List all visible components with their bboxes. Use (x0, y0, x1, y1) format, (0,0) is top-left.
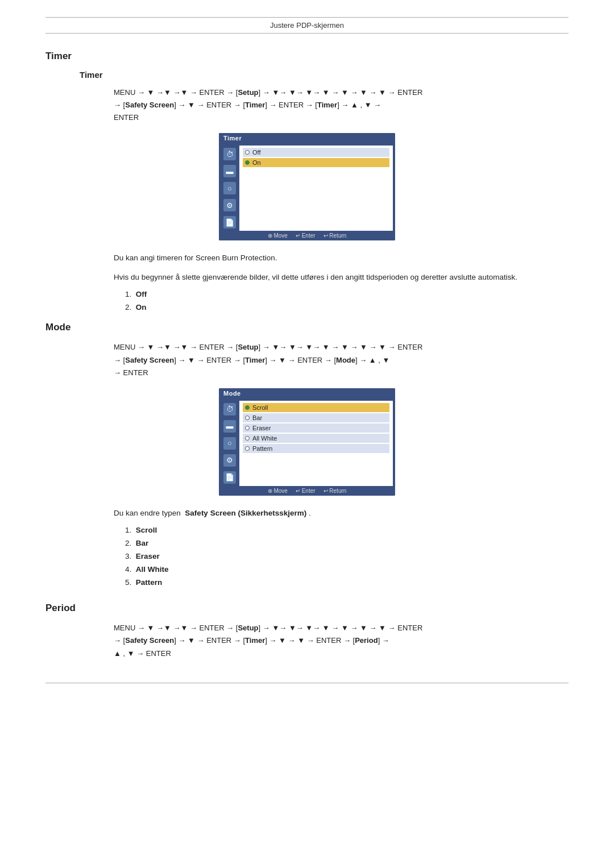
timer-label-off-text: Off (136, 290, 147, 298)
page-title: Justere PDP-skjermen (45, 21, 569, 30)
mode-menu-pattern: Pattern (243, 444, 389, 453)
rule-under-title (45, 33, 569, 34)
mode-menu-scroll: Scroll (243, 403, 389, 412)
period-nav-path: MENU → ▼ →▼ →▼ → ENTER → [Setup] → ▼→ ▼→… (114, 622, 569, 659)
mode-footer-enter: ↵ Enter (296, 488, 316, 494)
timer-footer-enter: ↵ Enter (296, 232, 316, 239)
timer-list-item-1: 1. Off (125, 290, 569, 298)
mode-nav-path: MENU → ▼ →▼ →▼ → ENTER → [Setup] → ▼→ ▼→… (114, 341, 569, 379)
timer-screenshot-body: ⏱ ▬ ○ ⚙ 📄 Off On (219, 143, 395, 231)
mode-radio-eraser (245, 426, 250, 430)
mode-section: Mode MENU → ▼ →▼ →▼ → ENTER → [Setup] → … (45, 322, 569, 587)
mode-menu-bar: Bar (243, 413, 389, 422)
mode-footer-return: ↩ Return (323, 488, 347, 494)
timer-list: 1. Off 2. On (125, 290, 569, 312)
mode-nav-line3: → ENTER (114, 368, 148, 377)
timer-screenshot-title: Timer (219, 133, 395, 143)
mode-radio-pattern (245, 446, 250, 451)
period-heading: Period (45, 603, 569, 614)
timer-footer-return: ↩ Return (323, 232, 347, 239)
timer-desc2: Hvis du begynner å slette gjenværende bi… (114, 271, 569, 284)
mode-desc: Du kan endre typen Safety Screen (Sikker… (114, 507, 569, 520)
timer-desc1: Du kan angi timeren for Screen Burn Prot… (114, 252, 569, 264)
timer-icon-2: ▬ (223, 165, 236, 177)
timer-nav-line1: MENU → ▼ →▼ →▼ → ENTER → [Setup] → ▼→ ▼→… (114, 88, 422, 97)
timer-screenshot-footer: ⊕ Move ↵ Enter ↩ Return (219, 231, 395, 240)
mode-nav-line2: → [Safety Screen] → ▼ → ENTER → [Timer] … (114, 356, 389, 364)
mode-label-bar: Bar (252, 414, 262, 421)
period-nav-line1: MENU → ▼ →▼ →▼ → ENTER → [Setup] → ▼→ ▼→… (114, 624, 422, 632)
mode-nav-line1: MENU → ▼ →▼ →▼ → ENTER → [Setup] → ▼→ ▼→… (114, 343, 422, 351)
mode-list-item-2: 2. Bar (125, 539, 569, 547)
mode-list-label-5: Pattern (136, 578, 163, 587)
timer-label-off: Off (252, 149, 260, 156)
timer-screenshot-menu: Off On (239, 146, 393, 231)
timer-sub-heading: Timer (80, 70, 569, 80)
mode-list-label-3: Eraser (136, 552, 160, 560)
timer-icon-list: ⏱ ▬ ○ ⚙ 📄 (221, 146, 239, 231)
mode-label-allwhite: All White (252, 435, 277, 442)
mode-menu-eraser: Eraser (243, 423, 389, 433)
timer-nav-line3: ENTER (114, 113, 139, 122)
period-nav-line2: → [Safety Screen] → ▼ → ENTER → [Timer] … (114, 636, 389, 645)
top-rule (45, 17, 569, 18)
timer-menu-off: Off (243, 148, 389, 157)
page-wrapper: Justere PDP-skjermen Timer Timer MENU → … (0, 0, 614, 868)
mode-label-pattern: Pattern (252, 445, 272, 452)
mode-list-label-2: Bar (136, 539, 149, 547)
mode-heading: Mode (45, 322, 569, 333)
timer-list-item-2: 2. On (125, 303, 569, 312)
mode-desc-prefix: Du kan endre typen (114, 509, 181, 517)
mode-list-item-1: 1. Scroll (125, 526, 569, 534)
timer-nav-path: MENU → ▼ →▼ →▼ → ENTER → [Setup] → ▼→ ▼→… (114, 86, 569, 124)
mode-radio-bar (245, 416, 250, 420)
timer-screenshot: Timer ⏱ ▬ ○ ⚙ 📄 Off (219, 133, 395, 240)
mode-list-label-1: Scroll (136, 526, 157, 534)
mode-screenshot-body: ⏱ ▬ ○ ⚙ 📄 Scroll Bar (219, 398, 395, 486)
mode-screenshot: Mode ⏱ ▬ ○ ⚙ 📄 Scroll (219, 388, 395, 496)
mode-list: 1. Scroll 2. Bar 3. Eraser 4. All White … (125, 526, 569, 587)
mode-screenshot-wrap: Mode ⏱ ▬ ○ ⚙ 📄 Scroll (45, 388, 569, 496)
mode-menu-allwhite: All White (243, 434, 389, 443)
timer-label-on: On (252, 159, 261, 166)
mode-label-scroll: Scroll (252, 404, 268, 411)
timer-main-heading: Timer (45, 51, 569, 62)
timer-icon-1: ⏱ (223, 148, 236, 160)
mode-icon-3: ○ (223, 437, 236, 450)
mode-icon-2: ▬ (223, 420, 236, 433)
bottom-rule (45, 683, 569, 683)
timer-screenshot-wrap: Timer ⏱ ▬ ○ ⚙ 📄 Off (45, 133, 569, 240)
period-nav-line3: ▲ , ▼ → ENTER (114, 649, 171, 658)
timer-footer-move: ⊕ Move (268, 232, 288, 239)
timer-sub-section: Timer MENU → ▼ →▼ →▼ → ENTER → [Setup] →… (45, 70, 569, 312)
mode-list-item-5: 5. Pattern (125, 578, 569, 587)
mode-radio-scroll (245, 405, 250, 410)
timer-menu-on: On (243, 158, 389, 167)
mode-list-label-4: All White (136, 565, 169, 574)
timer-radio-on (245, 160, 250, 165)
mode-list-item-3: 3. Eraser (125, 552, 569, 560)
mode-icon-list: ⏱ ▬ ○ ⚙ 📄 (221, 401, 239, 486)
timer-label-on-text: On (136, 303, 147, 312)
mode-label-eraser: Eraser (252, 425, 271, 431)
timer-icon-3: ○ (223, 182, 236, 194)
mode-screenshot-menu: Scroll Bar Eraser All White (239, 401, 393, 486)
mode-list-item-4: 4. All White (125, 565, 569, 574)
timer-icon-5: 📄 (223, 216, 236, 229)
period-section: Period MENU → ▼ →▼ →▼ → ENTER → [Setup] … (45, 603, 569, 659)
timer-radio-off (245, 150, 250, 155)
timer-icon-4: ⚙ (223, 199, 236, 211)
mode-desc-bold: Safety Screen (Sikkerhetsskjerm) (185, 509, 306, 517)
mode-screenshot-title: Mode (219, 388, 395, 398)
mode-icon-1: ⏱ (223, 403, 236, 416)
mode-icon-5: 📄 (223, 471, 236, 484)
mode-screenshot-footer: ⊕ Move ↵ Enter ↩ Return (219, 486, 395, 496)
mode-footer-move: ⊕ Move (268, 488, 288, 494)
mode-radio-allwhite (245, 436, 250, 441)
timer-nav-line2: → [Safety Screen] → ▼ → ENTER → [Timer] … (114, 101, 381, 109)
mode-desc-suffix: . (309, 509, 311, 517)
mode-icon-4: ⚙ (223, 454, 236, 467)
